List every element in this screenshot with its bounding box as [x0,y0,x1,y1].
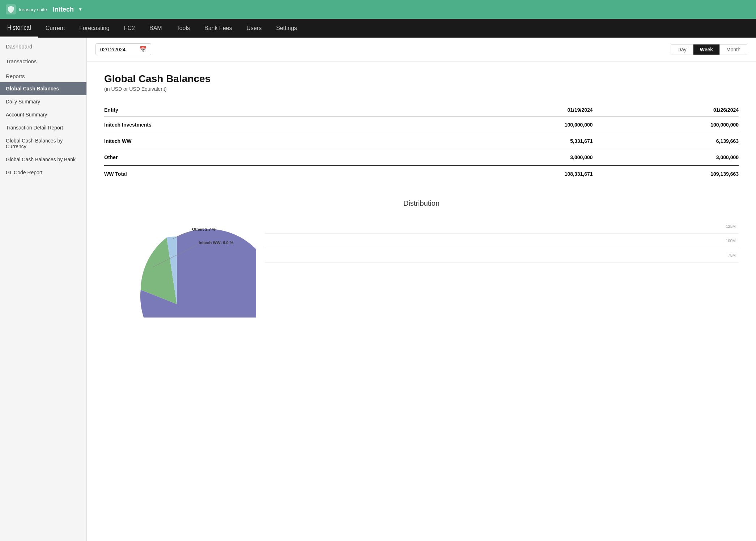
sidebar-item-gcb-currency[interactable]: Global Cash Balances by Currency [0,134,86,153]
period-btn-day[interactable]: Day [671,44,693,55]
table-row: Initech WW 5,331,671 6,139,663 [104,133,739,149]
sidebar-item-account-summary[interactable]: Account Summary [0,108,86,121]
nav-item-bam[interactable]: BAM [142,19,169,38]
entity-col2: 6,139,663 [593,133,739,149]
bar-chart-wrapper: 125M 100M 75M [265,216,739,263]
nav-item-fc2[interactable]: FC2 [117,19,142,38]
distribution-section: Distribution [104,199,739,318]
pie-chart: Other: 2.7 % Initech WW: 6.0 % [104,216,256,318]
nav-item-users[interactable]: Users [239,19,269,38]
nav-item-historical[interactable]: Historical [0,19,38,38]
col-header-date2: 01/26/2024 [593,103,739,117]
sidebar: Dashboard Transactions Reports Global Ca… [0,38,87,541]
nav-item-bank-fees[interactable]: Bank Fees [197,19,239,38]
period-btn-week[interactable]: Week [693,44,720,55]
table-row: Initech Investments 100,000,000 100,000,… [104,117,739,133]
sidebar-section-reports: Reports [0,67,86,82]
entity-col2: 3,000,000 [593,149,739,166]
company-name[interactable]: Initech [53,6,74,13]
period-btn-month[interactable]: Month [720,44,747,55]
bar-label-75m: 75M [265,248,739,263]
distribution-title: Distribution [104,199,739,208]
main-layout: Dashboard Transactions Reports Global Ca… [0,38,756,541]
sidebar-item-gcb-bank[interactable]: Global Cash Balances by Bank [0,153,86,166]
annotation-other: Other: 2.7 % [192,227,216,231]
entity-name: Initech Investments [104,117,453,133]
top-header: treasury suite Initech ▼ [0,0,756,19]
entity-col1: 3,000,000 [453,149,593,166]
main-nav: Historical Current Forecasting FC2 BAM T… [0,19,756,38]
sidebar-item-gl-code[interactable]: GL Code Report [0,166,86,179]
total-col2: 109,139,663 [593,166,739,182]
date-input[interactable] [100,47,136,52]
total-col1: 108,331,671 [453,166,593,182]
nav-item-settings[interactable]: Settings [269,19,304,38]
entity-name: Other [104,149,453,166]
entity-col2: 100,000,000 [593,117,739,133]
cash-balances-table: Entity 01/19/2024 01/26/2024 Initech Inv… [104,103,739,182]
col-header-date1: 01/19/2024 [453,103,593,117]
col-header-entity: Entity [104,103,453,117]
bar-label-125m: 125M [265,219,739,234]
date-input-wrapper[interactable]: 📅 [95,43,151,55]
date-toolbar: 📅 Day Week Month [87,38,756,61]
table-total-row: WW Total 108,331,671 109,139,663 [104,166,739,182]
nav-item-tools[interactable]: Tools [169,19,197,38]
table-row: Other 3,000,000 3,000,000 [104,149,739,166]
sidebar-section-transactions[interactable]: Transactions [0,52,86,67]
sidebar-section-dashboard[interactable]: Dashboard [0,38,86,52]
annotation-ww: Initech WW: 6.0 % [199,240,233,245]
sidebar-item-daily-summary[interactable]: Daily Summary [0,95,86,108]
report-title: Global Cash Balances [104,73,739,85]
bar-label-100m: 100M [265,234,739,248]
nav-item-forecasting[interactable]: Forecasting [72,19,117,38]
entity-col1: 100,000,000 [453,117,593,133]
report-subtitle: (in USD or USD Equivalent) [104,86,739,92]
logo-text: treasury suite [19,7,47,12]
entity-col1: 5,331,671 [453,133,593,149]
total-label: WW Total [104,166,453,182]
company-dropdown-icon[interactable]: ▼ [78,7,82,12]
period-buttons: Day Week Month [671,44,747,55]
table-header-row: Entity 01/19/2024 01/26/2024 [104,103,739,117]
treasury-suite-logo [6,4,16,14]
report-content: Global Cash Balances (in USD or USD Equi… [87,61,756,329]
sidebar-item-global-cash-balances[interactable]: Global Cash Balances [0,82,86,95]
distribution-container: Other: 2.7 % Initech WW: 6.0 % 125M [104,216,739,318]
content-area: 📅 Day Week Month Global Cash Balances (i… [87,38,756,541]
calendar-icon[interactable]: 📅 [139,46,146,53]
sidebar-item-transaction-detail[interactable]: Transaction Detail Report [0,121,86,134]
entity-name: Initech WW [104,133,453,149]
nav-item-current[interactable]: Current [38,19,72,38]
logo-area: treasury suite Initech ▼ [6,4,82,14]
pie-chart-wrapper: Other: 2.7 % Initech WW: 6.0 % [104,216,256,318]
